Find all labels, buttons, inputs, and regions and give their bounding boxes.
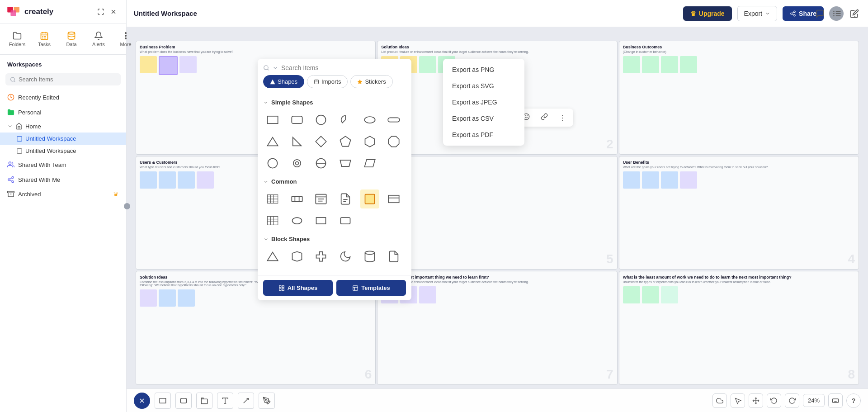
sidebar-item-personal[interactable]: Personal + [0,104,126,120]
shape-circle-outline[interactable] [263,154,282,173]
shape-rect-rounded[interactable] [288,110,307,129]
shape-note[interactable] [336,189,355,208]
export-pdf[interactable]: Export as PDF [443,127,524,143]
tab-stickers[interactable]: Stickers [350,75,392,88]
keyboard-btn[interactable] [828,393,843,408]
edit-btn[interactable] [848,7,861,20]
shape-table2[interactable] [263,211,282,230]
tab-shapes[interactable]: Shapes [263,75,304,88]
workspaces-search[interactable] [5,73,121,85]
help-btn[interactable]: ? [846,393,861,408]
settings-btn[interactable] [831,7,844,20]
workspace-search-input[interactable] [19,76,116,83]
sidebar-subitem-workspace-1[interactable]: Untitled Workspace ⋯ [0,133,126,145]
cursor-btn[interactable] [731,393,745,408]
shape-document[interactable] [384,247,403,266]
shapes-search-input[interactable] [281,64,406,71]
tab-imports[interactable]: Imports [307,75,348,88]
redo-btn[interactable] [785,393,799,408]
shape-right-triangle[interactable] [288,132,307,151]
shape-circle3[interactable] [311,154,330,173]
nav-alerts-label: Alerts [92,42,105,47]
sidebar: creately Folders Tasks [0,0,127,412]
tool-text-btn[interactable] [217,393,233,409]
all-shapes-button[interactable]: All Shapes [263,280,333,296]
shape-octagon[interactable] [384,132,403,151]
shape-arc[interactable] [336,110,355,129]
shape-cross[interactable] [311,247,330,266]
tool-arrow-btn[interactable] [238,393,254,409]
shape-pentagon[interactable] [336,132,355,151]
shape-rectangle[interactable] [263,110,282,129]
shape-list[interactable] [311,189,330,208]
sidebar-section: Recently Edited Personal + Home Untitled… [0,90,126,412]
common-collapse-icon[interactable] [263,179,269,185]
export-csv[interactable]: Export as CSV [443,110,524,127]
shape-cylinder[interactable] [360,247,379,266]
nav-item-tasks[interactable]: Tasks [33,28,56,50]
block-collapse-icon[interactable] [263,237,269,242]
canvas-area[interactable]: Business Problem What problem does the b… [127,27,868,412]
sidebar-nav: Folders Tasks Data Alerts More [0,24,126,55]
shape-hexagon[interactable] [360,132,379,151]
zoom-level-btn[interactable]: 24% [803,394,825,407]
shared-me-label: Shared With Me [18,176,119,183]
shape-parallelogram[interactable] [360,154,379,173]
nav-item-alerts[interactable]: Alerts [87,28,110,50]
sticky [140,171,157,189]
templates-button[interactable]: Templates [336,280,406,296]
shape-stadium[interactable] [384,110,403,129]
shape-sticky[interactable] [360,189,379,208]
nav-item-folders[interactable]: Folders [5,28,29,50]
shape-block-triangle[interactable] [263,247,282,266]
sidebar-subitem-workspace-2[interactable]: Untitled Workspace [0,145,126,157]
tool-rounded-rect-btn[interactable] [175,393,192,409]
text-tool-icon [221,397,229,405]
sticky [623,56,640,73]
close-panel-btn[interactable] [134,393,150,409]
expand-btn[interactable] [95,6,106,17]
upgrade-button[interactable]: ♛ Upgrade [683,6,732,21]
shape-circle2[interactable] [288,154,307,173]
shape-table1[interactable] [263,189,282,208]
collapse-icon[interactable] [263,100,269,105]
shape-crescent[interactable] [336,247,355,266]
shape-diamond[interactable] [311,132,330,151]
close-sidebar-btn[interactable] [108,6,119,17]
shape-divider[interactable] [384,189,403,208]
tool-pen-btn[interactable] [259,393,275,409]
shape-rect3[interactable] [336,211,355,230]
move-btn[interactable] [749,393,763,408]
tool-rectangle-btn[interactable] [155,393,171,409]
export-jpeg[interactable]: Export as JPEG [443,94,524,110]
undo-btn[interactable] [767,393,781,408]
cell-3-stickies [623,56,855,73]
chat-btn[interactable] [814,7,826,20]
cloud-btn[interactable] [712,393,727,408]
export-png[interactable]: Export as PNG [443,62,524,78]
logo[interactable]: creately [7,7,53,17]
sidebar-item-shared-me[interactable]: Shared With Me [0,172,126,187]
nav-item-data[interactable]: Data [60,28,83,50]
sel-tool-more[interactable]: ⋮ [556,112,569,124]
sidebar-item-shared-team[interactable]: Shared With Team + [0,157,126,172]
shape-circle[interactable] [311,110,330,129]
shape-triangle[interactable] [263,132,282,151]
tool-tab-btn[interactable] [196,393,212,409]
shape-rect2[interactable] [311,211,330,230]
shapes-search-bar[interactable] [258,59,411,75]
shape-ellipse[interactable] [360,110,379,129]
svg-point-25 [12,181,14,183]
shape-oval[interactable] [288,211,307,230]
export-svg[interactable]: Export as SVG [443,78,524,94]
export-button[interactable]: Export [737,6,777,21]
svg-point-52 [364,117,375,123]
sidebar-item-archived[interactable]: Archived ♛ [0,187,126,201]
sidebar-item-recently-edited[interactable]: Recently Edited [0,90,126,104]
sidebar-group-home[interactable]: Home [0,120,126,133]
shape-process[interactable] [288,189,307,208]
nav-item-more[interactable]: More [114,28,137,50]
sel-tool-link[interactable] [538,111,551,124]
shape-block-3d[interactable] [288,247,307,266]
shape-trapezoid[interactable] [336,154,355,173]
